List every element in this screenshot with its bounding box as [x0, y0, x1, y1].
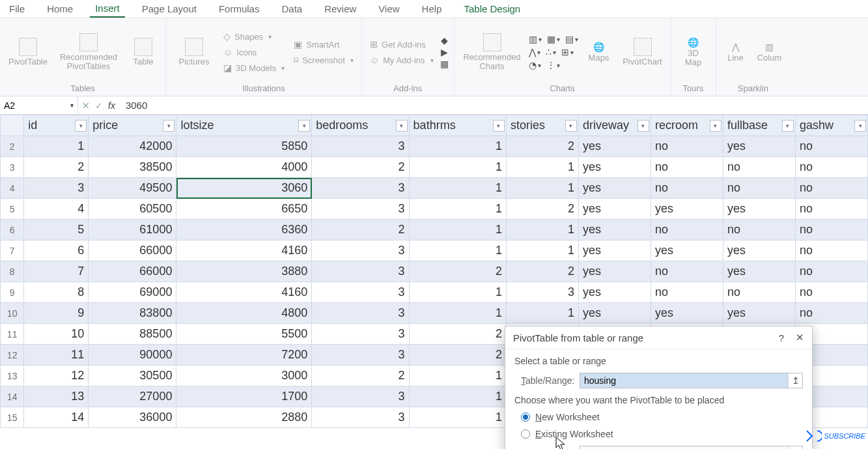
- cell[interactable]: 49500: [89, 178, 176, 199]
- cell[interactable]: 9: [24, 303, 89, 324]
- column-header-stories[interactable]: stories▾: [506, 115, 578, 136]
- sparkline-column-button[interactable]: ▥Colum: [754, 40, 785, 64]
- row-header[interactable]: 4: [1, 178, 24, 199]
- column-header-id[interactable]: id▾: [24, 115, 89, 136]
- column-header-gashw[interactable]: gashw▾: [795, 115, 867, 136]
- cell[interactable]: 3: [312, 407, 409, 428]
- row-header[interactable]: 11: [1, 324, 24, 345]
- statistic-chart-icon[interactable]: ∴▾: [546, 47, 556, 57]
- cell[interactable]: yes: [723, 136, 795, 157]
- cell[interactable]: 4160: [176, 240, 312, 261]
- cell[interactable]: 1: [409, 178, 506, 199]
- 3dmodels-button[interactable]: ◪3D Models▾: [221, 61, 287, 74]
- cell[interactable]: 3880: [176, 261, 312, 282]
- shapes-button[interactable]: ◇Shapes▾: [221, 30, 287, 43]
- cell[interactable]: 3: [312, 303, 409, 324]
- waterfall-chart-icon[interactable]: ▤▾: [565, 34, 578, 44]
- row-header[interactable]: 8: [1, 261, 24, 282]
- people-icon[interactable]: ▶: [440, 47, 449, 57]
- cell[interactable]: 88500: [89, 324, 176, 345]
- scatter-chart-icon[interactable]: ⋮▾: [546, 60, 560, 70]
- cell[interactable]: yes: [578, 178, 651, 199]
- enter-icon[interactable]: ✓: [95, 100, 103, 111]
- cell[interactable]: 61000: [89, 220, 176, 240]
- location-input[interactable]: [580, 446, 788, 449]
- cell[interactable]: no: [795, 178, 867, 199]
- cell[interactable]: no: [795, 282, 867, 303]
- cell[interactable]: yes: [723, 261, 795, 282]
- cell[interactable]: 4160: [176, 282, 312, 303]
- cell[interactable]: 2: [409, 345, 506, 366]
- row-header[interactable]: 9: [1, 282, 24, 303]
- cell[interactable]: 5500: [176, 324, 312, 345]
- menu-pagelayout[interactable]: Page Layout: [137, 1, 202, 17]
- cell[interactable]: yes: [651, 199, 723, 220]
- row-header[interactable]: 14: [1, 386, 24, 407]
- cell[interactable]: 5850: [176, 136, 312, 157]
- filter-icon[interactable]: ▾: [637, 120, 649, 132]
- menu-formulas[interactable]: Formulas: [214, 1, 265, 17]
- cell[interactable]: no: [795, 303, 867, 324]
- formula-value[interactable]: 3060: [119, 100, 147, 111]
- close-icon[interactable]: ✕: [796, 332, 804, 343]
- cell[interactable]: yes: [651, 240, 723, 261]
- cell[interactable]: 6650: [176, 199, 312, 220]
- cell[interactable]: yes: [578, 220, 651, 240]
- cell[interactable]: 90000: [89, 345, 176, 366]
- screenshot-button[interactable]: ⌑Screenshot▾: [291, 53, 356, 66]
- get-addins-button[interactable]: ⊞Get Add-ins: [367, 38, 436, 51]
- cell[interactable]: no: [651, 282, 723, 303]
- cell[interactable]: 38500: [89, 157, 176, 178]
- menu-data[interactable]: Data: [276, 1, 307, 17]
- row-header[interactable]: 13: [1, 366, 24, 386]
- cancel-icon[interactable]: ✕: [82, 100, 90, 111]
- cell[interactable]: no: [795, 261, 867, 282]
- cell[interactable]: no: [795, 240, 867, 261]
- column-header-price[interactable]: price▾: [89, 115, 176, 136]
- cell[interactable]: yes: [578, 240, 651, 261]
- line-chart-icon[interactable]: ⋀▾: [529, 47, 540, 57]
- cell[interactable]: no: [651, 157, 723, 178]
- cell[interactable]: 3: [312, 324, 409, 345]
- select-all-cell[interactable]: [1, 115, 24, 136]
- cell[interactable]: 36000: [89, 407, 176, 428]
- cell[interactable]: 1: [409, 157, 506, 178]
- menu-tabledesign[interactable]: Table Design: [458, 1, 525, 17]
- filter-icon[interactable]: ▾: [396, 120, 408, 132]
- cell[interactable]: 1: [506, 157, 578, 178]
- cell[interactable]: no: [651, 178, 723, 199]
- radio-existing-worksheet[interactable]: [521, 429, 530, 439]
- cell[interactable]: 1: [409, 407, 506, 428]
- cell[interactable]: 5: [24, 220, 89, 240]
- name-box-input[interactable]: [4, 100, 49, 111]
- pivotchart-button[interactable]: PivotChart: [620, 36, 665, 68]
- cell[interactable]: 3: [312, 282, 409, 303]
- cell[interactable]: 2: [506, 199, 578, 220]
- column-header-bedrooms[interactable]: bedrooms▾: [312, 115, 409, 136]
- filter-icon[interactable]: ▾: [710, 120, 721, 132]
- table-range-input[interactable]: [580, 373, 788, 388]
- recommended-charts-button[interactable]: Recommended Charts: [460, 32, 525, 73]
- cell[interactable]: 3060: [176, 178, 312, 199]
- row-header[interactable]: 12: [1, 345, 24, 366]
- cell[interactable]: 3000: [176, 366, 312, 386]
- cell[interactable]: yes: [578, 199, 651, 220]
- cell[interactable]: 2880: [176, 407, 312, 428]
- row-header[interactable]: 7: [1, 240, 24, 261]
- cell[interactable]: 13: [24, 386, 89, 407]
- cell[interactable]: no: [795, 136, 867, 157]
- cell[interactable]: no: [651, 136, 723, 157]
- cell[interactable]: 1: [409, 282, 506, 303]
- cell[interactable]: no: [723, 220, 795, 240]
- cell[interactable]: 2: [312, 157, 409, 178]
- cell[interactable]: 1: [506, 303, 578, 324]
- cell[interactable]: 8: [24, 282, 89, 303]
- column-header-recroom[interactable]: recroom▾: [651, 115, 723, 136]
- cell[interactable]: yes: [723, 303, 795, 324]
- name-box[interactable]: ▾: [0, 96, 78, 114]
- radio-new-worksheet[interactable]: [521, 413, 530, 422]
- cell[interactable]: 42000: [89, 136, 176, 157]
- pivottable-button[interactable]: PivotTable: [5, 36, 51, 68]
- cell[interactable]: 1700: [176, 386, 312, 407]
- menu-view[interactable]: View: [373, 1, 404, 17]
